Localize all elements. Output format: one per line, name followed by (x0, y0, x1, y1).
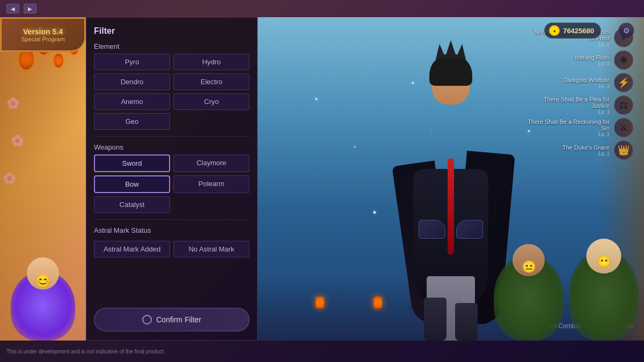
skill-icon-5: ⚔ (614, 118, 633, 137)
astral-section: Astral Mark Status Astral Mark Added No … (94, 226, 250, 257)
skill-text-4: There Shall Be a Plea forJustice Lv. 1 (510, 96, 610, 115)
char-hair (429, 54, 472, 86)
settings-button[interactable]: ⚙ (618, 23, 634, 39)
skill-level-3: Lv. 1 (510, 83, 610, 89)
filter-geo[interactable]: Geo (94, 113, 170, 130)
chibi-face-right-2: 😶 (597, 255, 611, 269)
sep-1 (94, 136, 250, 137)
chibi-right-area: 😐 😶 (483, 223, 644, 341)
filter-claymore[interactable]: Claymore (173, 154, 250, 172)
filter-astral-added[interactable]: Astral Mark Added (94, 241, 170, 257)
skill-name-2: Icefang Rush (510, 54, 610, 61)
filter-polearm[interactable]: Polearm (173, 175, 250, 193)
skill-icon-6: 👑 (614, 141, 633, 160)
skill-item-3[interactable]: Darkgold Wolfbite Lv. 1 ⚡ (510, 73, 633, 92)
filter-no-astral[interactable]: No Astral Mark (173, 241, 250, 257)
filter-pyro[interactable]: Pyro (94, 54, 170, 70)
skill-level-5: Lv. 1 (510, 131, 610, 137)
skill-name-3: Darkgold Wolfbite (510, 77, 610, 83)
astral-grid: Astral Mark Added No Astral Mark (94, 241, 250, 257)
chibi-face-right-1: 😐 (522, 260, 536, 274)
top-bar: ◀ ▶ (0, 0, 644, 17)
weapons-section-label: Weapons (94, 143, 250, 151)
flower-decoration-3: 🌸 (3, 172, 16, 184)
skill-item-4[interactable]: There Shall Be a Plea forJustice Lv. 1 ⚖ (510, 95, 633, 115)
skill-name-6: The Duke's Grace (510, 144, 610, 151)
chibi-right-1: 😐 (494, 255, 564, 341)
skill-icon-4: ⚖ (614, 95, 633, 115)
skill-item-5[interactable]: There Shall Be a Reckoning forSin Lv. 1 … (510, 118, 633, 137)
scene-lantern-1 (316, 297, 324, 308)
char-head (432, 62, 470, 105)
element-section: Element Pyro Hydro Dendro Electro Anemo … (94, 42, 250, 130)
currency-display: ● 76425680 (544, 23, 601, 39)
char-shoulder-right (456, 220, 483, 239)
skill-level-1: Lv. 1 (510, 41, 610, 47)
char-legs (427, 276, 475, 341)
astral-section-label: Astral Mark Status (94, 226, 250, 234)
filter-hydro[interactable]: Hydro (173, 54, 250, 70)
confirm-label: Confirm Filter (156, 315, 201, 324)
nav-left-arrow[interactable]: ◀ (6, 4, 19, 13)
chibi-left-figure: 😊 (11, 271, 75, 341)
skills-panel: Normal Attack: Forceful Fistsof Frost Lv… (510, 28, 633, 160)
filter-bow[interactable]: Bow (94, 175, 170, 193)
confirm-filter-button[interactable]: Confirm Filter (94, 308, 250, 331)
filter-catalyst[interactable]: Catalyst (94, 196, 170, 213)
filter-title: Filter (94, 26, 250, 36)
char-shoulder-left (419, 220, 445, 239)
flower-decoration-1: 🌸 (6, 97, 20, 109)
skill-text-3: Darkgold Wolfbite Lv. 1 (510, 77, 610, 89)
sep-2 (94, 219, 250, 220)
filter-anemo[interactable]: Anemo (94, 93, 170, 110)
version-badge-inner: Version 5.4 Special Program (1, 18, 85, 51)
coin-icon: ● (549, 25, 560, 36)
skill-item-6[interactable]: The Duke's Grace Lv. 1 👑 (510, 141, 633, 160)
chibi-face: 😊 (35, 274, 51, 289)
nav-right-arrow[interactable]: ▶ (24, 4, 36, 13)
chibi-right-2: 😶 (569, 249, 639, 341)
currency-amount: 76425680 (563, 27, 594, 35)
weapons-grid: Sword Claymore Bow Polearm Catalyst (94, 154, 250, 213)
element-grid: Pyro Hydro Dendro Electro Anemo Cryo Geo (94, 54, 250, 130)
char-red-accent (448, 158, 454, 255)
char-boot-right (455, 303, 478, 341)
filter-cryo[interactable]: Cryo (173, 93, 250, 110)
filter-electro[interactable]: Electro (173, 73, 250, 90)
skill-name-5: There Shall Be a Reckoning forSin (510, 119, 610, 131)
skill-level-6: Lv. 1 (510, 151, 610, 157)
flower-decoration-2: 🌸 (11, 134, 24, 147)
disclaimer-text: This is under development and is not ind… (6, 349, 165, 354)
weapons-section: Weapons Sword Claymore Bow Polearm Catal… (94, 143, 250, 213)
version-badge: Version 5.4 Special Program (0, 17, 86, 52)
char-hair-spikes (432, 40, 470, 59)
skill-text-2: Icefang Rush Lv. 3 (510, 54, 610, 67)
confirm-icon (142, 315, 152, 324)
skill-level-4: Lv. 1 (510, 109, 610, 115)
chibi-left-area: 😊 (0, 233, 86, 341)
lantern-3 (54, 54, 63, 68)
skill-text-5: There Shall Be a Reckoning forSin Lv. 1 (510, 119, 610, 137)
particle-1 (316, 98, 317, 100)
filter-dendro[interactable]: Dendro (94, 73, 170, 90)
skill-level-2: Lv. 3 (510, 61, 610, 67)
element-section-label: Element (94, 42, 250, 50)
skill-item-2[interactable]: Icefang Rush Lv. 3 ❄ (510, 50, 633, 70)
skill-name-4: There Shall Be a Plea forJustice (510, 96, 610, 109)
version-number: Version 5.4 (23, 27, 63, 36)
filter-sword[interactable]: Sword (94, 154, 170, 172)
version-subtitle: Special Program (21, 36, 64, 42)
filter-panel: Filter Element Pyro Hydro Dendro Electro… (86, 17, 258, 341)
nav-arrows: ◀ ▶ (6, 4, 36, 13)
char-boot-left (424, 298, 447, 341)
skill-text-6: The Duke's Grace Lv. 1 (510, 144, 610, 157)
bottom-bar: This is under development and is not ind… (0, 341, 644, 362)
skill-icon-3: ⚡ (614, 73, 633, 92)
skill-icon-2: ❄ (614, 50, 633, 70)
